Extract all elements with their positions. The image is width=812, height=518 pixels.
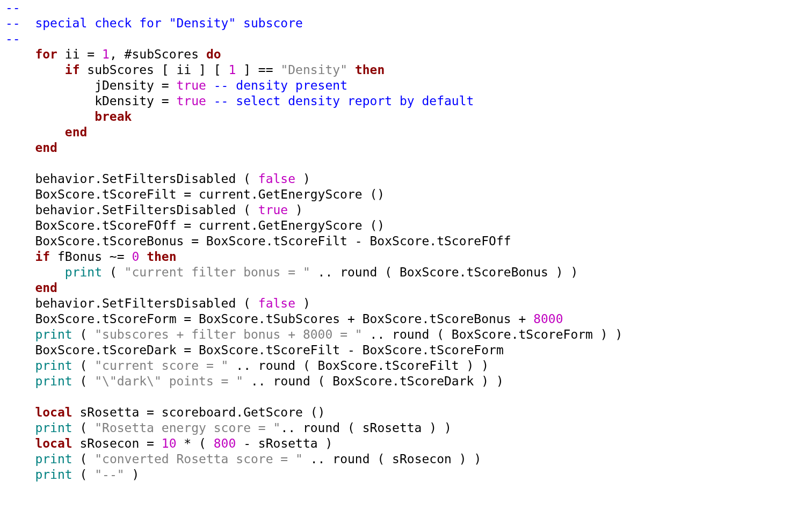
- code-line: BoxScore.tScoreBonus = BoxScore.tScoreFi…: [5, 234, 511, 248]
- code-line: -- special check for "Density" subscore: [5, 16, 303, 30]
- token-comment: --: [5, 32, 20, 46]
- code-line: print ( "current filter bonus = " .. rou…: [5, 265, 578, 279]
- token-keyword: for: [35, 47, 57, 61]
- token-text: .. round ( BoxScore.tScoreBonus ) ): [310, 265, 578, 279]
- token-text: BoxScore.tScoreFilt = current.GetEnergyS…: [5, 187, 385, 201]
- token-comment: --: [5, 1, 20, 14]
- token-keyword: if: [35, 250, 50, 264]
- token-text: [5, 359, 35, 373]
- token-number: true: [177, 94, 206, 108]
- token-text: [5, 452, 35, 466]
- token-keyword: then: [355, 63, 385, 77]
- token-number: 0: [132, 250, 139, 264]
- token-number: false: [258, 296, 295, 310]
- token-keyword: end: [35, 141, 57, 155]
- token-text: [5, 281, 35, 295]
- token-string: "--": [95, 468, 124, 481]
- token-text: .. round ( BoxScore.tScoreForm ) ): [363, 327, 623, 341]
- code-line: behavior.SetFiltersDisabled ( false ): [5, 172, 310, 186]
- token-text: [5, 327, 35, 341]
- token-text: ): [295, 172, 310, 186]
- token-func: print: [35, 374, 72, 388]
- token-text: subScores [ ii ] [: [79, 63, 228, 77]
- code-line: if fBonus ~= 0 then: [5, 250, 177, 264]
- token-keyword: then: [147, 250, 176, 264]
- code-line: print ( "current score = " .. round ( Bo…: [5, 359, 489, 373]
- token-keyword: if: [65, 63, 80, 77]
- token-text: [5, 436, 35, 450]
- code-line: print ( "\"dark\" points = " .. round ( …: [5, 374, 504, 388]
- code-line: --: [5, 32, 20, 46]
- token-text: ): [125, 468, 140, 481]
- code-line: BoxScore.tScoreForm = BoxScore.tSubScore…: [5, 312, 563, 326]
- token-number: true: [177, 78, 206, 92]
- token-text: ] ==: [236, 63, 280, 77]
- token-text: BoxScore.tScoreDark = BoxScore.tScoreFil…: [5, 343, 504, 357]
- token-func: print: [65, 265, 102, 279]
- code-line: if subScores [ ii ] [ 1 ] == "Density" t…: [5, 63, 385, 77]
- code-line: kDensity = true -- select density report…: [5, 94, 474, 108]
- token-text: (: [102, 265, 125, 279]
- token-number: false: [258, 172, 295, 186]
- token-number: 10: [162, 436, 177, 450]
- token-text: jDensity =: [5, 78, 177, 92]
- token-keyword: do: [206, 47, 221, 61]
- token-func: print: [35, 468, 72, 481]
- token-text: [206, 78, 214, 92]
- token-text: (: [73, 327, 95, 341]
- token-text: behavior.SetFiltersDisabled (: [5, 296, 258, 310]
- code-line: end: [5, 141, 57, 155]
- token-string: "current score = ": [95, 359, 228, 373]
- token-text: [5, 405, 35, 419]
- token-comment: -- density present: [214, 78, 347, 92]
- token-func: print: [35, 359, 72, 373]
- token-text: sRosetta = scoreboard.GetScore (): [73, 405, 325, 419]
- code-line: BoxScore.tScoreFilt = current.GetEnergyS…: [5, 187, 385, 201]
- token-text: * (: [177, 436, 214, 450]
- token-keyword: local: [35, 436, 72, 450]
- token-func: print: [35, 421, 72, 435]
- token-text: behavior.SetFiltersDisabled (: [5, 203, 258, 217]
- code-line: print ( "subscores + filter bonus + 8000…: [5, 327, 622, 341]
- token-text: [139, 250, 147, 264]
- code-block: -- -- special check for "Density" subsco…: [5, 0, 807, 483]
- token-text: .. round ( sRosecon ) ): [303, 452, 481, 466]
- token-comment: -- select density report by default: [214, 94, 474, 108]
- token-text: - sRosetta ): [236, 436, 332, 450]
- token-keyword: end: [65, 125, 88, 139]
- code-line: break: [5, 110, 132, 123]
- token-text: fBonus ~=: [50, 250, 132, 264]
- code-line: for ii = 1, #subScores do: [5, 47, 221, 61]
- token-string: "converted Rosetta score = ": [95, 452, 303, 466]
- token-string: "subscores + filter bonus + 8000 = ": [95, 327, 363, 341]
- token-text: ii =: [57, 47, 102, 61]
- token-text: ): [295, 296, 310, 310]
- code-line: BoxScore.tScoreFOff = current.GetEnergyS…: [5, 218, 385, 232]
- token-text: ): [288, 203, 303, 217]
- token-string: "current filter bonus = ": [125, 265, 310, 279]
- token-text: (: [73, 374, 95, 388]
- code-line: local sRosetta = scoreboard.GetScore (): [5, 405, 325, 419]
- token-text: (: [73, 359, 95, 373]
- code-line: end: [5, 281, 57, 295]
- token-string: "Density": [280, 63, 347, 77]
- token-text: .. round ( BoxScore.tScoreFilt ) ): [228, 359, 489, 373]
- token-text: [5, 125, 65, 139]
- code-line: print ( "Rosetta energy score = ".. roun…: [5, 421, 452, 435]
- token-text: sRosecon =: [73, 436, 162, 450]
- token-text: [5, 47, 35, 61]
- code-line: BoxScore.tScoreDark = BoxScore.tScoreFil…: [5, 343, 504, 357]
- token-text: [5, 421, 35, 435]
- token-text: .. round ( sRosetta ) ): [280, 421, 452, 435]
- token-keyword: break: [95, 110, 132, 123]
- token-text: behavior.SetFiltersDisabled (: [5, 172, 258, 186]
- token-number: true: [258, 203, 288, 217]
- token-text: (: [73, 452, 95, 466]
- token-text: [347, 63, 355, 77]
- token-number: 1: [102, 47, 110, 61]
- code-line: jDensity = true -- density present: [5, 78, 347, 92]
- token-text: [5, 374, 35, 388]
- token-text: , #subScores: [110, 47, 206, 61]
- code-line: local sRosecon = 10 * ( 800 - sRosetta ): [5, 436, 332, 450]
- token-text: [5, 265, 65, 279]
